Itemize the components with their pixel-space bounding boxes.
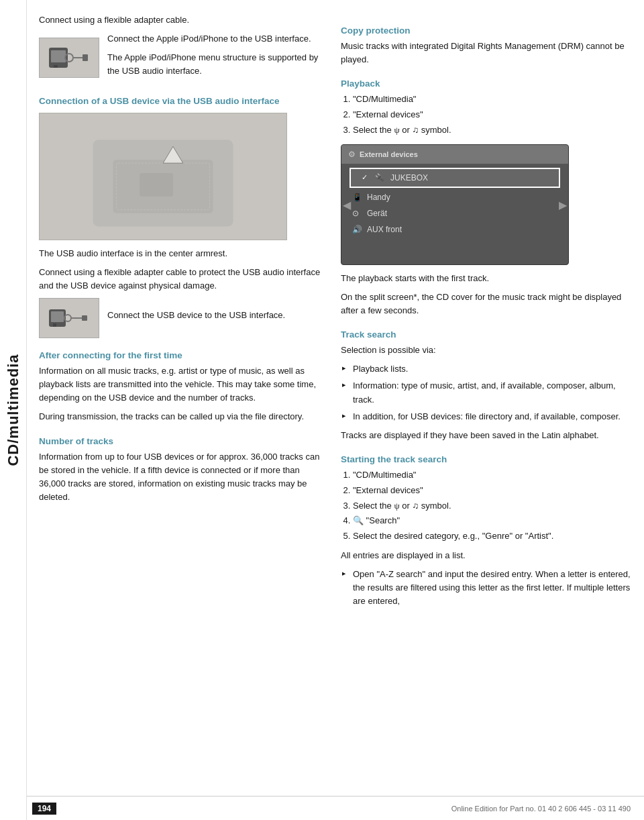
footer-edition-text: Online Edition for Part no. 01 40 2 606 …	[451, 805, 631, 813]
handy-label: Handy	[367, 193, 390, 202]
playback-heading: Playback	[341, 79, 631, 89]
menu-list: ✓ 🔌 JUKEBOX 📱 Handy ⊙ Gerät 🔊 AUX front	[341, 164, 568, 240]
playback-steps: "CD/Multimedia" "External devices" Selec…	[353, 93, 631, 137]
menu-item-handy: 📱 Handy	[341, 189, 568, 205]
bullet-usb-file-directory: In addition, for USB devices: file direc…	[341, 410, 631, 423]
svg-rect-2	[54, 65, 58, 68]
after-connecting-para1: Information on all music tracks, e.g. ar…	[39, 364, 327, 405]
usb-small-icon	[46, 301, 93, 335]
handy-icon: 📱	[352, 193, 362, 202]
bullet-playback-lists: Playback lists.	[341, 362, 631, 376]
nav-arrow-right: ▶	[559, 198, 567, 211]
track-search-intro: Selection is possible via:	[341, 344, 631, 357]
track-search-bullets: Playback lists. Information: type of mus…	[341, 362, 631, 423]
bullet-az-search: Open "A-Z search" and input the desired …	[341, 568, 631, 608]
gerat-icon: ⊙	[352, 209, 362, 218]
flexible-cable-text: Connect using a flexible adapter cable t…	[39, 266, 327, 293]
right-column: Copy protection Music tracks with integr…	[341, 13, 631, 613]
ipod-connect-block: Connect the Apple iPod/iPhone to the USB…	[39, 32, 327, 83]
ipod-usb-icon	[46, 41, 93, 74]
left-column: Connect using a flexible adapter cable.	[39, 13, 327, 613]
track-search-step-2: "External devices"	[353, 484, 631, 498]
svg-rect-17	[82, 315, 87, 321]
ipod-text-block: Connect the Apple iPod/iPhone to the USB…	[107, 32, 327, 83]
after-connecting-heading: After connecting for the first time	[39, 350, 327, 360]
track-search-steps: "CD/Multimedia" "External devices" Selec…	[353, 468, 631, 544]
usb-connect-text: Connect the USB device to the USB interf…	[107, 309, 285, 322]
center-armrest-text: The USB audio interface is in the center…	[39, 247, 327, 260]
jukebox-label: JUKEBOX	[390, 173, 428, 183]
screen-header: ⚙ External devices	[341, 145, 568, 164]
copy-protection-para: Music tracks with integrated Digital Rig…	[341, 40, 631, 66]
number-of-tracks-heading: Number of tracks	[39, 436, 327, 446]
track-search-heading: Track search	[341, 329, 631, 340]
ipod-connect-text: Connect the Apple iPod/iPhone to the USB…	[107, 32, 327, 46]
after-connecting-para2: During transmission, the tracks can be c…	[39, 410, 327, 423]
usb-icon: 🔌	[374, 172, 385, 183]
intro-text: Connect using a flexible adapter cable.	[39, 13, 327, 27]
sidebar-label: CD/multimedia	[0, 0, 27, 820]
split-screen-text: On the split screen*, the CD cover for t…	[341, 291, 631, 317]
usb-section-heading: Connection of a USB device via the USB a…	[39, 96, 327, 106]
usb-connect-block: Connect the USB device to the USB interf…	[39, 298, 327, 338]
page-number: 194	[32, 803, 56, 815]
aux-label: AUX front	[367, 225, 402, 234]
svg-rect-14	[53, 323, 56, 327]
usb-connect-text-block: Connect the USB device to the USB interf…	[107, 309, 285, 327]
footer: 194 Online Edition for Part no. 01 40 2 …	[0, 796, 644, 820]
playback-step-1: "CD/Multimedia"	[353, 93, 631, 107]
ipod-icon-box	[39, 38, 99, 78]
external-devices-screen: ⚙ External devices ◀ ▶ ✓ 🔌 JUKEBOX 📱 Han…	[341, 144, 569, 265]
svg-rect-1	[51, 50, 66, 62]
svg-rect-5	[83, 54, 88, 61]
playback-after-text: The playback starts with the first track…	[341, 272, 631, 285]
playback-step-3: Select the ψ or ♫ symbol.	[353, 123, 631, 138]
checkmark-icon: ✓	[362, 173, 368, 182]
gerat-label: Gerät	[367, 209, 387, 218]
starting-track-search-heading: Starting the track search	[341, 454, 631, 464]
track-search-step-5: Select the desired category, e.g., "Genr…	[353, 529, 631, 544]
menu-item-gerat: ⊙ Gerät	[341, 205, 568, 221]
screen-title: External devices	[360, 150, 418, 158]
track-search-step-3: Select the ψ or ♫ symbol.	[353, 499, 631, 513]
nav-arrow-left: ◀	[343, 198, 351, 211]
aux-icon: 🔊	[352, 225, 362, 234]
menu-support-text: The Apple iPod/iPhone menu structure is …	[107, 51, 327, 78]
track-search-step-1: "CD/Multimedia"	[353, 468, 631, 482]
all-entries-text: All entries are displayed in a list.	[341, 549, 631, 562]
copy-protection-heading: Copy protection	[341, 25, 631, 36]
svg-rect-9	[140, 173, 173, 197]
car-interior-svg	[40, 113, 286, 240]
az-search-bullets: Open "A-Z search" and input the desired …	[341, 568, 631, 608]
gear-icon: ⚙	[348, 150, 356, 159]
tracks-info-text: Tracks are displayed if they have been s…	[341, 429, 631, 442]
track-search-step-4: 🔍 "Search"	[353, 514, 631, 528]
menu-item-aux: 🔊 AUX front	[341, 221, 568, 238]
number-of-tracks-para: Information from up to four USB devices …	[39, 450, 327, 505]
bullet-information: Information: type of music, artist, and,…	[341, 379, 631, 406]
svg-rect-13	[51, 311, 64, 322]
car-console-image	[39, 113, 287, 240]
playback-step-2: "External devices"	[353, 108, 631, 122]
usb-icon-box	[39, 298, 99, 338]
menu-item-jukebox: ✓ 🔌 JUKEBOX	[351, 169, 559, 187]
